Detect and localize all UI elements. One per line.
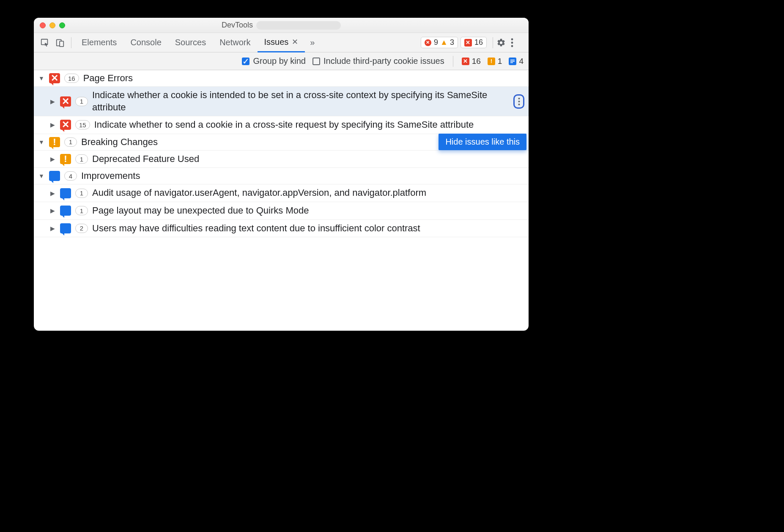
group-label: Breaking Changes bbox=[81, 137, 158, 148]
issue-row[interactable]: ▶ 1 Audit usage of navigator.userAgent, … bbox=[34, 184, 529, 202]
group-label: Improvements bbox=[81, 170, 140, 181]
warning-bubble-icon: ! bbox=[49, 137, 60, 147]
svg-point-9 bbox=[518, 98, 520, 99]
svg-rect-2 bbox=[60, 41, 63, 47]
optbar-divider bbox=[453, 56, 453, 67]
tab-elements[interactable]: Elements bbox=[75, 33, 123, 52]
issue-row[interactable]: ▶ ✕ 1 Indicate whether a cookie is inten… bbox=[34, 87, 529, 116]
issue-text: Page layout may be unexpected due to Qui… bbox=[92, 205, 524, 217]
svg-point-11 bbox=[518, 104, 520, 105]
info-filter[interactable]: 4 bbox=[509, 57, 524, 66]
disclosure-icon: ▼ bbox=[38, 139, 45, 145]
issue-text: Indicate whether to send a cookie in a c… bbox=[94, 119, 524, 131]
checkbox-label: Group by kind bbox=[253, 56, 306, 66]
window-title: DevTools bbox=[222, 21, 253, 30]
disclosure-icon: ▼ bbox=[38, 75, 45, 82]
checkbox-icon bbox=[313, 58, 320, 65]
group-count-badge: 4 bbox=[64, 171, 77, 181]
error-bubble-icon: ✕ bbox=[60, 120, 71, 130]
disclosure-icon: ▼ bbox=[38, 173, 45, 179]
title-chip bbox=[256, 21, 341, 30]
issues-error-count: 16 bbox=[474, 38, 483, 47]
issue-row[interactable]: ▶ ✕ 15 Indicate whether to send a cookie… bbox=[34, 116, 529, 134]
close-window-button[interactable] bbox=[40, 22, 46, 28]
issues-option-bar: ✓ Group by kind Include third-party cook… bbox=[34, 52, 529, 70]
toolbar-divider bbox=[493, 37, 493, 48]
issue-count-badge: 1 bbox=[75, 206, 88, 215]
disclosure-icon: ▶ bbox=[49, 190, 56, 197]
hide-issues-popup[interactable]: Hide issues like this bbox=[439, 134, 526, 150]
warning-count: 3 bbox=[450, 38, 454, 47]
settings-icon[interactable] bbox=[496, 38, 511, 47]
warning-filter[interactable]: ! 1 bbox=[488, 57, 502, 66]
svg-point-10 bbox=[518, 101, 520, 102]
console-status-chip[interactable]: ✕ 9 ▲ 3 bbox=[421, 37, 458, 48]
error-bubble-icon: ✕ bbox=[60, 96, 71, 107]
issue-row[interactable]: ▶ 1 Page layout may be unexpected due to… bbox=[34, 202, 529, 220]
issue-menu-button[interactable] bbox=[513, 94, 524, 109]
issues-list: ▼ ✕ 16 Page Errors ▶ ✕ 1 Indicate whethe… bbox=[34, 70, 529, 237]
issue-row[interactable]: ▶ ! 1 Deprecated Feature Used bbox=[34, 151, 529, 168]
issue-text: Audit usage of navigator.userAgent, navi… bbox=[92, 187, 524, 199]
error-icon: ✕ bbox=[462, 58, 469, 65]
disclosure-icon: ▶ bbox=[49, 98, 56, 105]
tab-sources[interactable]: Sources bbox=[168, 33, 213, 52]
warning-bubble-icon: ! bbox=[60, 154, 71, 164]
issues-error-icon: ✕ bbox=[464, 39, 472, 47]
group-count-badge: 16 bbox=[64, 74, 79, 83]
device-toolbar-icon[interactable] bbox=[52, 35, 68, 50]
info-bubble-icon bbox=[60, 206, 71, 216]
disclosure-icon: ▶ bbox=[49, 121, 56, 128]
error-bubble-icon: ✕ bbox=[49, 73, 60, 83]
svg-point-5 bbox=[511, 45, 513, 47]
checkbox-label: Include third-party cookie issues bbox=[323, 56, 444, 66]
error-icon: ✕ bbox=[425, 39, 431, 46]
issue-text: Indicate whether a cookie is intended to… bbox=[92, 89, 507, 113]
info-icon bbox=[509, 58, 516, 65]
svg-rect-6 bbox=[510, 60, 515, 60]
titlebar: DevTools bbox=[34, 18, 529, 33]
main-menu-icon[interactable] bbox=[511, 38, 525, 47]
checkbox-icon: ✓ bbox=[242, 58, 249, 65]
panel-tabs: Elements Console Sources Network Issues … bbox=[75, 33, 320, 52]
minimize-window-button[interactable] bbox=[49, 22, 55, 28]
warning-icon: ▲ bbox=[441, 39, 447, 46]
group-header-error[interactable]: ▼ ✕ 16 Page Errors bbox=[34, 70, 529, 87]
disclosure-icon: ▶ bbox=[49, 156, 56, 162]
issue-count-badge: 1 bbox=[75, 154, 88, 164]
info-bubble-icon bbox=[49, 171, 60, 181]
window-controls bbox=[40, 22, 65, 28]
issue-text: Users may have difficulties reading text… bbox=[92, 222, 524, 235]
disclosure-icon: ▶ bbox=[49, 207, 56, 214]
group-label: Page Errors bbox=[83, 73, 133, 84]
svg-rect-7 bbox=[510, 61, 515, 62]
issue-count-badge: 2 bbox=[75, 224, 88, 233]
issue-count-badge: 1 bbox=[75, 189, 88, 198]
inspect-element-icon[interactable] bbox=[37, 35, 52, 50]
group-header-info[interactable]: ▼ 4 Improvements bbox=[34, 168, 529, 184]
more-tabs-button[interactable]: » bbox=[305, 38, 320, 47]
svg-point-4 bbox=[511, 41, 513, 44]
issue-row[interactable]: ▶ 2 Users may have difficulties reading … bbox=[34, 220, 529, 238]
toolbar-divider bbox=[71, 37, 71, 48]
close-tab-icon[interactable]: ✕ bbox=[292, 37, 298, 47]
info-bubble-icon bbox=[60, 223, 71, 233]
error-filter[interactable]: ✕ 16 bbox=[462, 57, 481, 66]
warning-icon: ! bbox=[488, 58, 495, 65]
group-count-badge: 1 bbox=[64, 137, 77, 147]
third-party-checkbox[interactable]: Include third-party cookie issues bbox=[313, 56, 444, 66]
disclosure-icon: ▶ bbox=[49, 225, 56, 232]
svg-rect-8 bbox=[510, 62, 513, 63]
issue-text: Deprecated Feature Used bbox=[92, 153, 524, 165]
tab-network[interactable]: Network bbox=[213, 33, 257, 52]
tab-issues[interactable]: Issues ✕ bbox=[258, 33, 305, 52]
issues-status-chip[interactable]: ✕ 16 bbox=[461, 37, 487, 48]
main-toolbar: Elements Console Sources Network Issues … bbox=[34, 33, 529, 52]
info-bubble-icon bbox=[60, 188, 71, 198]
error-count: 9 bbox=[434, 38, 438, 47]
devtools-window: DevTools Elements Console Sources Networ… bbox=[34, 18, 529, 331]
group-by-kind-checkbox[interactable]: ✓ Group by kind bbox=[242, 56, 306, 66]
svg-point-3 bbox=[511, 38, 513, 40]
tab-console[interactable]: Console bbox=[123, 33, 168, 52]
zoom-window-button[interactable] bbox=[59, 22, 65, 28]
